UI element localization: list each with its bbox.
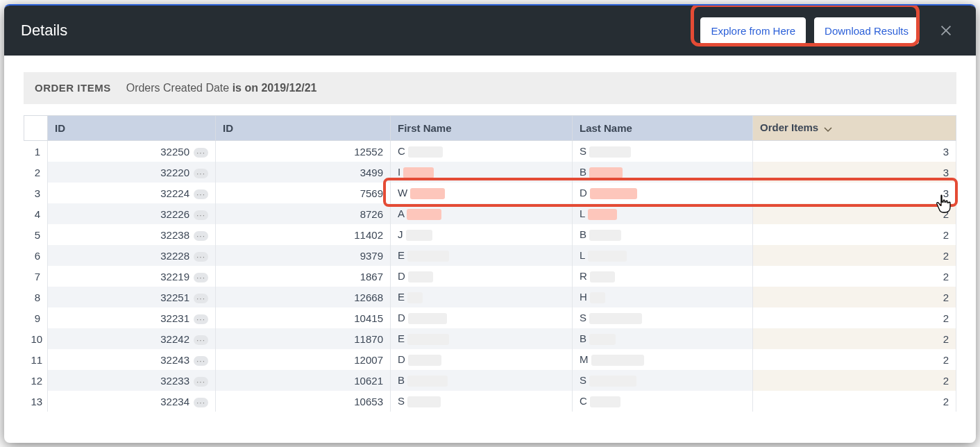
column-header-first-name[interactable]: First Name (391, 116, 573, 141)
more-icon[interactable]: ··· (194, 273, 208, 282)
table-row[interactable]: 1132243···12007D M 2 (24, 349, 956, 370)
cell-first-name[interactable]: S (391, 391, 573, 412)
more-icon[interactable]: ··· (194, 231, 208, 241)
more-icon[interactable]: ··· (194, 356, 208, 366)
cell-first-name[interactable]: D (391, 349, 573, 370)
cell-id2[interactable]: 9379 (216, 245, 391, 266)
cell-last-name[interactable]: R (573, 266, 753, 287)
cell-id1[interactable]: 32220··· (48, 162, 216, 183)
cell-first-name[interactable]: I (391, 162, 573, 183)
cell-last-name[interactable]: L (573, 245, 753, 266)
cell-last-name[interactable]: M (573, 349, 753, 370)
cell-order-items[interactable]: 2 (753, 287, 956, 307)
cell-id2[interactable]: 11402 (216, 224, 391, 245)
column-header-id2[interactable]: ID (216, 116, 391, 141)
cell-first-name[interactable]: E (391, 245, 573, 266)
cell-id1[interactable]: 32238··· (48, 224, 216, 245)
cell-id1[interactable]: 32224··· (48, 183, 216, 203)
cell-order-items[interactable]: 3 (753, 141, 956, 162)
cell-order-items[interactable]: 2 (753, 224, 956, 245)
cell-id2[interactable]: 10653 (216, 391, 391, 412)
cell-id2[interactable]: 12007 (216, 349, 391, 370)
cell-first-name[interactable]: E (391, 287, 573, 307)
more-icon[interactable]: ··· (194, 314, 208, 324)
cell-id2[interactable]: 12552 (216, 141, 391, 162)
cell-order-items[interactable]: 2 (753, 266, 956, 287)
cell-id2[interactable]: 10415 (216, 307, 391, 328)
cell-id1[interactable]: 32250··· (48, 141, 216, 162)
more-icon[interactable]: ··· (194, 210, 208, 220)
cell-id1[interactable]: 32242··· (48, 328, 216, 349)
more-icon[interactable]: ··· (194, 294, 208, 303)
cell-last-name[interactable]: S (573, 307, 753, 328)
cell-first-name[interactable]: C (391, 141, 573, 162)
more-icon[interactable]: ··· (194, 148, 208, 158)
cell-order-items[interactable]: 3 (753, 183, 956, 203)
cell-order-items[interactable]: 2 (753, 328, 956, 349)
cell-id1[interactable]: 32226··· (48, 203, 216, 224)
cell-last-name[interactable]: D (573, 183, 753, 203)
cell-id2[interactable]: 10621 (216, 370, 391, 391)
cell-id1[interactable]: 32231··· (48, 307, 216, 328)
cell-first-name[interactable]: E (391, 328, 573, 349)
more-icon[interactable]: ··· (194, 252, 208, 262)
cell-last-name[interactable]: S (573, 370, 753, 391)
table-row[interactable]: 1332234···10653S C 2 (24, 391, 956, 412)
table-row[interactable]: 132250···12552C S 3 (24, 141, 956, 162)
cell-first-name[interactable]: D (391, 266, 573, 287)
cell-last-name[interactable]: B (573, 328, 753, 349)
table-row[interactable]: 1232233···10621B S 2 (24, 370, 956, 391)
cell-id2[interactable]: 12668 (216, 287, 391, 307)
cell-order-items[interactable]: 2 (753, 307, 956, 328)
cell-id1[interactable]: 32234··· (48, 391, 216, 412)
cell-id2[interactable]: 1867 (216, 266, 391, 287)
table-row[interactable]: 332224···7569W D 3 (24, 183, 956, 203)
cell-last-name[interactable]: C (573, 391, 753, 412)
column-header-last-name[interactable]: Last Name (573, 116, 753, 141)
cell-id1[interactable]: 32228··· (48, 245, 216, 266)
column-header-order-items[interactable]: Order Items (753, 116, 956, 141)
cell-last-name[interactable]: B (573, 162, 753, 183)
table-row[interactable]: 732219···1867D R 2 (24, 266, 956, 287)
explore-from-here-button[interactable]: Explore from Here (700, 17, 806, 44)
table-row[interactable]: 632228···9379E L 2 (24, 245, 956, 266)
cell-order-items[interactable]: 2 (753, 370, 956, 391)
table-row[interactable]: 232220···3499I B 3 (24, 162, 956, 183)
cell-id1[interactable]: 32251··· (48, 287, 216, 307)
cell-id2[interactable]: 11870 (216, 328, 391, 349)
more-icon[interactable]: ··· (194, 189, 208, 199)
cell-order-items[interactable]: 2 (753, 245, 956, 266)
cell-id2[interactable]: 7569 (216, 183, 391, 203)
cell-id2[interactable]: 8726 (216, 203, 391, 224)
cell-first-name[interactable]: J (391, 224, 573, 245)
redacted-block (408, 355, 441, 366)
cell-order-items[interactable]: 2 (753, 349, 956, 370)
table-row[interactable]: 1032242···11870E B 2 (24, 328, 956, 349)
cell-id1[interactable]: 32243··· (48, 349, 216, 370)
cell-last-name[interactable]: L (573, 203, 753, 224)
more-icon[interactable]: ··· (194, 377, 208, 387)
table-row[interactable]: 432226···8726A L 2 (24, 203, 956, 224)
table-row[interactable]: 832251···12668E H 2 (24, 287, 956, 307)
table-row[interactable]: 532238···11402J B 2 (24, 224, 956, 245)
cell-first-name[interactable]: B (391, 370, 573, 391)
cell-order-items[interactable]: 2 (753, 203, 956, 224)
cell-id1[interactable]: 32219··· (48, 266, 216, 287)
table-row[interactable]: 932231···10415D S 2 (24, 307, 956, 328)
more-icon[interactable]: ··· (194, 169, 208, 178)
column-header-id1[interactable]: ID (48, 116, 216, 141)
close-button[interactable] (933, 17, 959, 44)
cell-first-name[interactable]: D (391, 307, 573, 328)
download-results-button[interactable]: Download Results (814, 17, 919, 44)
cell-last-name[interactable]: H (573, 287, 753, 307)
cell-order-items[interactable]: 2 (753, 391, 956, 412)
more-icon[interactable]: ··· (194, 335, 208, 345)
more-icon[interactable]: ··· (194, 398, 208, 407)
cell-order-items[interactable]: 3 (753, 162, 956, 183)
cell-id1[interactable]: 32233··· (48, 370, 216, 391)
cell-last-name[interactable]: S (573, 141, 753, 162)
cell-id2[interactable]: 3499 (216, 162, 391, 183)
cell-first-name[interactable]: A (391, 203, 573, 224)
cell-last-name[interactable]: B (573, 224, 753, 245)
cell-first-name[interactable]: W (391, 183, 573, 203)
